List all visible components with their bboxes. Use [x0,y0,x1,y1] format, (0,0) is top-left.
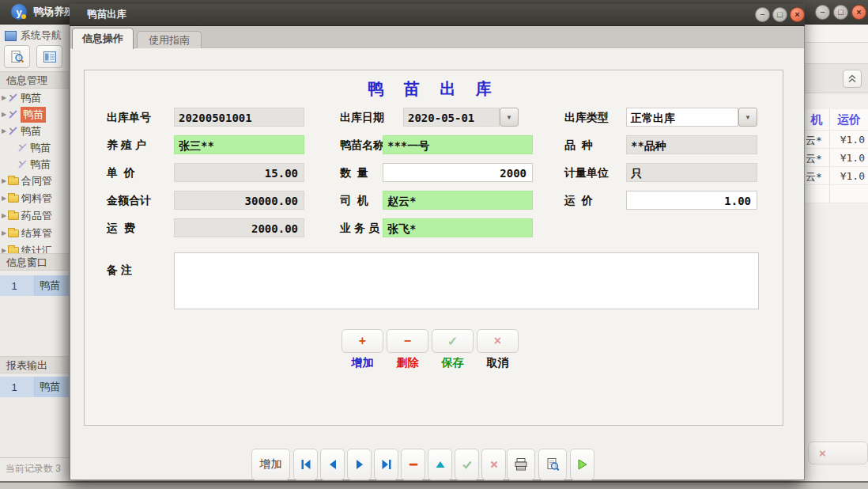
duckling-name-field[interactable]: ***一号 [383,135,533,154]
driver-field[interactable]: 赵云* [383,191,533,210]
bg-cancel-button[interactable]: × [808,442,868,464]
print-button[interactable] [507,449,535,480]
tree-item-contract[interactable]: ▶ 合同管 [0,172,70,189]
last-record-icon [380,459,393,470]
add-label: 增加 [342,356,383,370]
record-count-status: 当前记录数 3 [6,462,61,476]
unit-field: 只 [626,163,757,182]
tree-item-duckling-3[interactable]: ▶ 鸭苗 [0,123,70,139]
tree-item-duckling-1[interactable]: ▶ 鸭苗 [0,89,70,106]
bg-table-line [805,148,868,149]
tree-item-settlement[interactable]: ▶ 结算管 [0,225,70,241]
outbound-no-field: 20200501001 [174,108,304,127]
expand-arrow-icon[interactable]: ▶ [0,229,8,237]
dialog-maximize-button[interactable]: □ [772,7,787,22]
field-label: 金额合计 [107,191,151,210]
form-tool-button[interactable] [36,45,62,68]
quantity-field[interactable]: 2000 [383,163,533,182]
field-label: 出库日期 [340,108,384,127]
tree-item-feed[interactable]: ▶ 饲料管 [0,190,70,207]
close-icon: × [794,10,799,19]
next-record-button[interactable] [347,449,372,480]
print-preview-icon [545,457,560,472]
search-icon [10,50,25,64]
outbound-type-field[interactable]: 正常出库 [626,108,738,127]
save-button[interactable]: ✓ [432,329,474,353]
cancel-cross-icon [489,459,500,470]
salesman-field[interactable]: 张飞* [383,218,533,237]
prev-record-button[interactable] [320,449,345,480]
minus-icon: − [404,334,411,348]
section-header-info: 信息管理 [0,71,70,89]
breed-field: **品种 [626,135,757,154]
outbound-date-field[interactable]: 2020-05-01 [403,108,500,127]
dialog-titlebar[interactable]: 鸭苗出库 − □ × [70,4,805,26]
tree-label: 鸭苗 [21,124,41,138]
tree-item-duckling-5[interactable]: 鸭苗 [0,156,70,172]
tab-info-operation[interactable]: 信息操作 [72,28,134,49]
cancel-edit-button[interactable] [481,449,506,480]
tree-label: 鸭苗 [21,91,41,105]
run-button[interactable] [570,449,594,480]
expand-arrow-icon[interactable]: ▶ [0,94,8,101]
expand-arrow-icon[interactable]: ▶ [0,177,8,184]
remark-input[interactable] [174,252,759,309]
cancel-button[interactable]: × [477,329,519,353]
date-dropdown-button[interactable]: ▼ [500,108,519,127]
report-output-row[interactable]: 1 鸭苗 [0,377,70,397]
tree-label: 合同管 [21,174,52,188]
type-dropdown-button[interactable]: ▼ [738,108,757,127]
nav-toggle-button[interactable]: 系统导航 [5,27,70,44]
dialog-close-button[interactable]: × [790,7,805,22]
freight-price-field[interactable]: 1.00 [626,191,757,210]
field-label: 出库单号 [107,108,151,127]
main-maximize-button[interactable]: □ [833,5,848,20]
save-label: 保存 [432,356,474,370]
maximize-icon: □ [777,10,783,19]
toolbar-add-label: 增加 [260,457,282,472]
dialog-minimize-button[interactable]: − [755,7,770,22]
tree-label: 鸭苗 [30,141,51,155]
sidebar: 系统导航 信息管理 ▶ 鸭苗 [0,25,70,481]
tree-item-medicine[interactable]: ▶ 药品管 [0,207,70,224]
first-record-button[interactable] [293,449,318,480]
delete-record-icon [408,459,419,470]
tree-label: 鸭苗 [30,157,51,172]
last-record-button[interactable] [374,449,398,480]
delete-button[interactable]: − [387,329,428,353]
bg-table-header-price: 运价 [832,112,866,127]
field-label: 品 种 [564,135,593,154]
toolbar-add-button[interactable]: 增加 [251,449,290,480]
dialog-duckling-outbound: 鸭苗出库 − □ × 信息操作 使用指南 鸭 苗 出 库 出库单号 202005… [70,4,805,480]
tree-item-duckling-2-selected[interactable]: ▶ 鸭苗 [0,106,70,123]
bg-table-cell-price: ¥1.0 [833,152,865,164]
expand-arrow-icon[interactable]: ▶ [0,212,8,219]
add-button[interactable]: + [342,329,383,353]
edit-record-button[interactable] [428,449,452,480]
search-tool-button[interactable] [4,45,30,68]
farmer-field[interactable]: 张三** [174,135,304,154]
section-header-info-window: 信息窗口 [0,253,70,271]
freight-cost-field: 2000.00 [174,218,304,237]
expand-arrow-icon[interactable]: ▶ [0,127,8,135]
main-minimize-button[interactable]: − [815,5,830,20]
remark-label: 备 注 [107,260,132,279]
info-window-row[interactable]: 1 鸭苗 [0,275,70,296]
form-panel: 鸭 苗 出 库 出库单号 20200501001 出库日期 2020-05-01… [84,70,783,426]
collapse-button[interactable] [843,70,862,88]
tab-user-guide[interactable]: 使用指南 [137,31,202,49]
delete-record-button[interactable] [401,449,425,480]
row-label: 鸭苗 [35,377,70,397]
tree-item-duckling-4[interactable]: 鸭苗 [0,139,70,156]
tool-icon [17,142,28,153]
main-close-button[interactable]: × [851,5,866,20]
section-header-report: 报表输出 [0,356,70,373]
expand-arrow-icon[interactable]: ▶ [0,111,8,118]
folder-icon [8,195,19,203]
app-root: y 鸭场养殖合 − □ × 系统导航 [0,0,868,489]
print-preview-button[interactable] [538,449,567,480]
check-icon: ✓ [447,334,458,349]
expand-arrow-icon[interactable]: ▶ [0,195,8,202]
post-record-button[interactable] [455,449,479,480]
field-label: 运 费 [107,218,135,237]
